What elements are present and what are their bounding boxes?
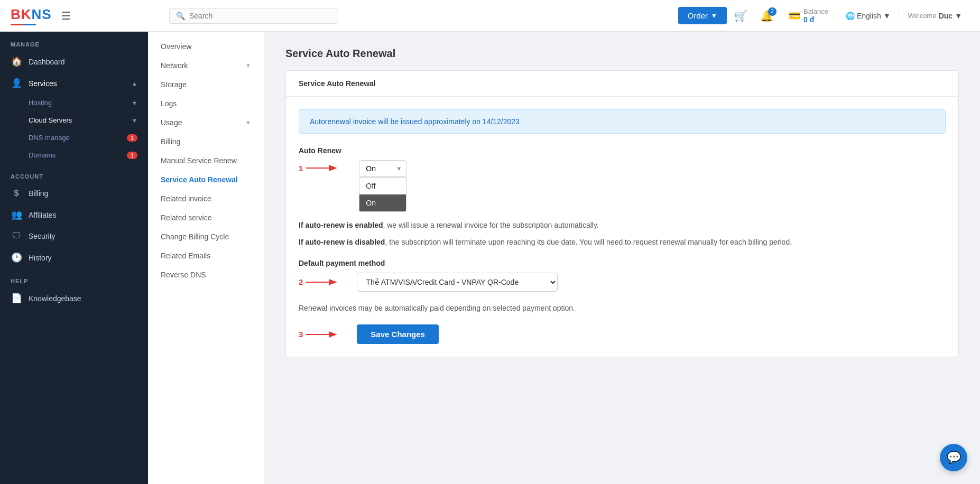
sidebar-item-billing[interactable]: $ Billing: [0, 183, 148, 204]
logo-underline: [11, 24, 36, 25]
welcome-arrow: ▼: [955, 12, 962, 20]
sidebar: MANAGE 🏠 Dashboard 👤 Services ▲ Hosting …: [0, 32, 148, 484]
main-card: Service Auto Renewal Autorenewal invoice…: [285, 70, 959, 357]
balance-label: Balance: [803, 7, 828, 15]
search-icon: 🔍: [176, 12, 185, 20]
reverse-dns-label: Reverse DNS: [161, 271, 206, 279]
sub-nav-related-service[interactable]: Related service: [148, 208, 264, 227]
auto-renew-value: On: [366, 164, 376, 173]
order-dropdown-arrow: ▼: [711, 12, 717, 20]
sidebar-item-security[interactable]: 🛡 Security: [0, 226, 148, 247]
annotation-arrow-3: [306, 327, 348, 342]
sub-nav-service-auto-renewal[interactable]: Service Auto Renewal: [148, 170, 264, 189]
sub-nav-logs[interactable]: Logs: [148, 94, 264, 113]
sub-nav-usage[interactable]: Usage ▼: [148, 113, 264, 132]
payment-label: Default payment method: [299, 259, 946, 267]
sidebar-item-services[interactable]: 👤 Services ▲: [0, 72, 148, 94]
chat-icon: 💬: [947, 451, 961, 464]
renewal-description: If auto-renew is enabled, we will issue …: [299, 219, 946, 248]
enabled-rest: , we will issue a renewal invoice for th…: [383, 221, 598, 229]
hamburger-icon[interactable]: ☰: [61, 10, 71, 22]
hosting-label: Hosting: [29, 99, 52, 107]
main-content: Service Auto Renewal Service Auto Renewa…: [264, 32, 980, 484]
search-input[interactable]: [189, 12, 327, 20]
sub-nav-network[interactable]: Network ▼: [148, 56, 264, 75]
services-icon: 👤: [11, 78, 22, 89]
annotation-3: 3: [299, 330, 303, 339]
auto-renew-select[interactable]: On ▼: [359, 160, 406, 177]
language-arrow: ▼: [883, 12, 891, 20]
option-on[interactable]: On: [359, 194, 406, 211]
history-icon: 🕐: [11, 252, 22, 263]
order-label: Order: [688, 11, 708, 20]
dns-badge: 1: [127, 134, 137, 142]
sub-nav: Overview Network ▼ Storage Logs Usage ▼ …: [148, 32, 264, 484]
notification-badge: 2: [768, 7, 776, 16]
welcome-block[interactable]: Welcome Duc ▼: [901, 12, 969, 20]
usage-arrow: ▼: [245, 119, 251, 126]
chat-button[interactable]: 💬: [940, 444, 967, 471]
sub-nav-related-emails[interactable]: Related Emails: [148, 246, 264, 265]
balance-value: 0 đ: [803, 15, 828, 24]
auto-renew-options: Off On: [359, 177, 406, 212]
search-box: 🔍: [169, 8, 338, 24]
storage-label: Storage: [161, 80, 187, 89]
notifications-button[interactable]: 🔔 2: [755, 6, 779, 25]
sub-nav-manual-renew[interactable]: Manual Service Renew: [148, 151, 264, 170]
related-service-label: Related service: [161, 213, 212, 222]
payment-select[interactable]: Thẻ ATM/VISA/Credit Card - VNPAY QR-Code: [357, 273, 558, 292]
sub-nav-overview[interactable]: Overview: [148, 37, 264, 56]
logo: BKNS: [11, 6, 52, 25]
cloud-servers-label: Cloud Servers: [29, 116, 72, 124]
disabled-rest: , the subscription will terminate upon r…: [385, 238, 792, 246]
sub-nav-billing[interactable]: Billing: [148, 132, 264, 151]
affiliates-label: Affiliates: [29, 211, 137, 219]
card-body: Autorenewal invoice will be issued appro…: [286, 97, 958, 357]
order-button[interactable]: Order ▼: [678, 7, 727, 24]
disabled-bold: If auto-renew is disabled: [299, 238, 385, 246]
sidebar-item-dns-manage[interactable]: DNS manage 1: [0, 129, 148, 146]
welcome-label: Welcome: [908, 12, 937, 20]
billing-label: Billing: [29, 189, 137, 198]
security-icon: 🛡: [11, 231, 22, 241]
info-banner: Autorenewal invoice will be issued appro…: [299, 109, 946, 134]
top-header: BKNS ☰ 🔍 Order ▼ 🛒 🔔 2 💳 Balance 0 đ: [0, 0, 980, 32]
sidebar-item-cloud-servers[interactable]: Cloud Servers ▼: [0, 111, 148, 129]
manual-renew-label: Manual Service Renew: [161, 156, 237, 165]
balance-icon: 💳: [789, 10, 800, 22]
affiliates-icon: 👥: [11, 209, 22, 220]
save-changes-button[interactable]: Save Changes: [357, 324, 439, 344]
balance-block[interactable]: 💳 Balance 0 đ: [781, 7, 836, 24]
language-label: English: [857, 12, 881, 20]
sidebar-item-dashboard[interactable]: 🏠 Dashboard: [0, 51, 148, 72]
sidebar-item-hosting[interactable]: Hosting ▼: [0, 94, 148, 111]
service-auto-renewal-label: Service Auto Renewal: [161, 175, 238, 184]
sub-nav-storage[interactable]: Storage: [148, 75, 264, 94]
knowledgebase-label: Knowledgebase: [29, 294, 137, 303]
user-name: Duc: [939, 12, 953, 20]
language-selector[interactable]: 🌐 English ▼: [838, 12, 899, 20]
sub-nav-related-invoice[interactable]: Related invoice: [148, 189, 264, 208]
sub-nav-reverse-dns[interactable]: Reverse DNS: [148, 265, 264, 284]
option-off[interactable]: Off: [359, 178, 406, 194]
dashboard-label: Dashboard: [29, 58, 137, 66]
logo-letter-s: S: [42, 6, 51, 22]
sidebar-item-history[interactable]: 🕐 History: [0, 247, 148, 268]
security-label: Security: [29, 232, 137, 240]
dns-manage-label: DNS manage: [29, 134, 70, 142]
help-section-label: HELP: [0, 268, 148, 287]
sidebar-item-domains[interactable]: Domains 1: [0, 146, 148, 164]
cart-button[interactable]: 🛒: [729, 6, 753, 25]
sub-nav-change-billing-cycle[interactable]: Change Billing Cycle: [148, 227, 264, 246]
payment-group: Default payment method 2: [299, 259, 946, 292]
sidebar-item-knowledgebase[interactable]: 📄 Knowledgebase: [0, 287, 148, 309]
sidebar-item-affiliates[interactable]: 👥 Affiliates: [0, 204, 148, 226]
enabled-description: If auto-renew is enabled, we will issue …: [299, 219, 946, 231]
sub-billing-label: Billing: [161, 137, 180, 146]
logs-label: Logs: [161, 99, 177, 108]
services-arrow: ▲: [132, 80, 137, 87]
search-area: 🔍: [159, 8, 678, 24]
enabled-bold: If auto-renew is enabled: [299, 221, 383, 229]
logo-letter-n: N: [32, 6, 42, 22]
related-invoice-label: Related invoice: [161, 194, 211, 203]
